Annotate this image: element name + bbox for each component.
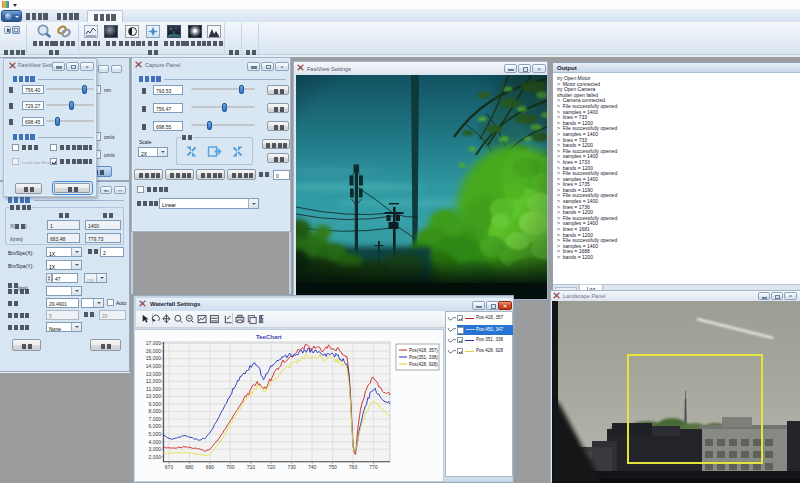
svg-text:7,000: 7,000 (148, 416, 161, 422)
svg-text:770: 770 (369, 464, 378, 470)
svg-text:Pos(428, 928): Pos(428, 928) (409, 362, 438, 367)
svg-text:3,000: 3,000 (148, 446, 161, 452)
svg-text:13,000: 13,000 (146, 371, 162, 377)
svg-text:6,000: 6,000 (148, 423, 161, 429)
svg-text:10,000: 10,000 (146, 393, 162, 399)
svg-text:4,000: 4,000 (148, 439, 161, 445)
svg-text:8,000: 8,000 (148, 408, 161, 414)
svg-text:750: 750 (328, 464, 337, 470)
svg-text:690: 690 (206, 464, 215, 470)
svg-text:2,000: 2,000 (148, 454, 161, 460)
svg-text:5,000: 5,000 (148, 431, 161, 437)
svg-text:710: 710 (247, 464, 256, 470)
svg-text:730: 730 (288, 464, 297, 470)
svg-text:9,000: 9,000 (148, 401, 161, 407)
svg-text:11,000: 11,000 (146, 386, 161, 392)
svg-text:14,000: 14,000 (146, 363, 162, 369)
svg-text:720: 720 (267, 464, 276, 470)
svg-text:Pos(351, 338): Pos(351, 338) (409, 355, 438, 360)
svg-text:15,000: 15,000 (146, 355, 162, 361)
svg-text:Pos(418, 357): Pos(418, 357) (409, 348, 438, 353)
svg-text:670: 670 (165, 464, 174, 470)
svg-text:16,000: 16,000 (146, 348, 162, 354)
svg-text:680: 680 (185, 464, 194, 470)
svg-text:17,000: 17,000 (146, 340, 162, 346)
svg-text:760: 760 (349, 464, 358, 470)
svg-text:700: 700 (226, 464, 235, 470)
svg-text:740: 740 (308, 464, 317, 470)
svg-text:12,000: 12,000 (146, 378, 162, 384)
